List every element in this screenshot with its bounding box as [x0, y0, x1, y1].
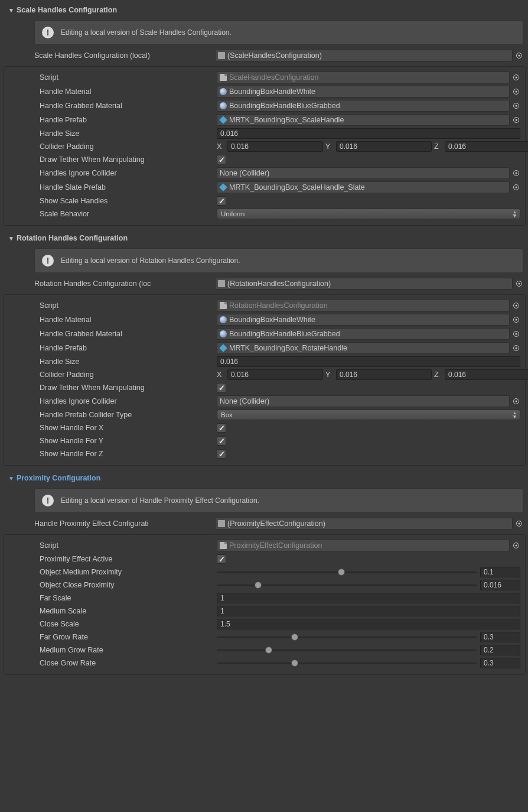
proximity-effect-active-checkbox[interactable]	[217, 554, 226, 564]
close-scale-input[interactable]	[217, 619, 520, 629]
script-field: ProximityEffectConfiguration	[217, 540, 510, 551]
rotation-section-header[interactable]: ▼ Rotation Handles Configuration	[0, 232, 528, 245]
scale-info-text: Editing a local version of Scale Handles…	[61, 28, 232, 37]
handle-slate-prefab-field[interactable]: MRTK_BoundingBox_ScaleHandle_Slate	[217, 181, 510, 193]
label: Show Scale Handles	[4, 197, 217, 205]
medium-scale-input[interactable]	[217, 606, 520, 616]
label: Script	[4, 301, 217, 310]
object-picker-button[interactable]	[512, 300, 520, 311]
object-picker-button[interactable]	[512, 167, 520, 179]
handle-grabbed-material-field[interactable]: BoundingBoxHandleBlueGrabbed	[217, 100, 510, 112]
collider-padding-z-input[interactable]	[445, 369, 528, 380]
collider-padding-x-input[interactable]	[227, 369, 323, 380]
label: Draw Tether When Manipulating	[4, 384, 217, 392]
handle-size-input[interactable]	[217, 128, 520, 139]
object-picker-button[interactable]	[512, 540, 520, 551]
y-label: Y	[325, 142, 334, 151]
draw-tether-checkbox[interactable]	[217, 383, 226, 392]
label: Handle Size	[4, 358, 217, 366]
label: Handle Slate Prefab	[4, 183, 217, 191]
proximity-info-text: Editing a local version of Handle Proxim…	[61, 496, 259, 505]
collider-padding-z-input[interactable]	[445, 141, 528, 152]
handle-prefab-collider-type-dropdown[interactable]: Box ▲▼	[217, 410, 520, 420]
label: Collider Padding	[4, 142, 217, 151]
script-icon	[220, 302, 227, 309]
label: Handle Grabbed Material	[4, 102, 217, 110]
scale-slot-field[interactable]: (ScaleHandlesConfiguration)	[215, 50, 513, 61]
handle-size-input[interactable]	[217, 356, 520, 367]
object-close-proximity-slider[interactable]	[217, 580, 477, 590]
object-picker-button[interactable]	[512, 100, 520, 112]
scale-section-header[interactable]: ▼ Scale Handles Configuration	[0, 4, 528, 17]
show-handle-x-checkbox[interactable]	[217, 423, 226, 433]
scale-behavior-dropdown[interactable]: Uniform ▲▼	[217, 209, 520, 219]
label: Scale Behavior	[4, 210, 217, 218]
object-picker-button[interactable]	[515, 50, 523, 61]
label: Handle Grabbed Material	[4, 330, 217, 338]
prefab-icon	[219, 183, 227, 191]
material-icon	[220, 316, 227, 323]
asset-icon	[218, 52, 225, 59]
close-grow-rate-input[interactable]	[480, 658, 520, 668]
far-scale-input[interactable]	[217, 593, 520, 603]
object-picker-button[interactable]	[512, 314, 520, 326]
object-picker-button[interactable]	[515, 518, 523, 530]
label: Medium Scale	[4, 607, 217, 615]
handle-prefab-field[interactable]: MRTK_BoundingBox_ScaleHandle	[217, 114, 510, 126]
proximity-slot-field[interactable]: (ProximityEffectConfiguration)	[215, 518, 513, 530]
collider-padding-y-input[interactable]	[336, 369, 432, 380]
proximity-section-header[interactable]: ▼ Proximity Configuration	[0, 472, 528, 485]
label: Close Grow Rate	[4, 659, 217, 667]
rotation-info-text: Editing a local version of Rotation Hand…	[61, 256, 240, 265]
handles-ignore-collider-field[interactable]: None (Collider)	[217, 167, 510, 179]
show-scale-handles-checkbox[interactable]	[217, 196, 226, 206]
label: Far Scale	[4, 594, 217, 602]
proximity-info-box: ! Editing a local version of Handle Prox…	[34, 488, 523, 513]
object-picker-button[interactable]	[512, 114, 520, 126]
draw-tether-checkbox[interactable]	[217, 155, 226, 164]
scale-info-box: ! Editing a local version of Scale Handl…	[34, 20, 523, 45]
info-icon: !	[42, 495, 54, 506]
proximity-panel: Script ProximityEffectConfiguration Prox…	[4, 534, 526, 675]
label: Show Handle For X	[4, 424, 217, 432]
collider-padding-x-input[interactable]	[227, 141, 323, 152]
x-label: X	[217, 371, 225, 379]
medium-grow-rate-input[interactable]	[480, 645, 520, 655]
handles-ignore-collider-field[interactable]: None (Collider)	[217, 395, 510, 407]
object-picker-button[interactable]	[512, 395, 520, 407]
label: Object Medium Proximity	[4, 568, 217, 576]
show-handle-y-checkbox[interactable]	[217, 436, 226, 446]
medium-grow-rate-slider[interactable]	[217, 645, 477, 655]
object-picker-button[interactable]	[512, 72, 520, 83]
collider-padding-y-input[interactable]	[336, 141, 432, 152]
far-grow-rate-slider[interactable]	[217, 632, 477, 642]
object-close-proximity-input[interactable]	[480, 580, 520, 590]
show-handle-z-checkbox[interactable]	[217, 449, 226, 459]
handle-material-field[interactable]: BoundingBoxHandleWhite	[217, 86, 510, 98]
object-picker-button[interactable]	[512, 86, 520, 98]
proximity-slot-label: Handle Proximity Effect Configurati	[34, 519, 213, 528]
object-picker-button[interactable]	[515, 278, 523, 290]
object-picker-button[interactable]	[512, 342, 520, 354]
handle-grabbed-material-field[interactable]: BoundingBoxHandleBlueGrabbed	[217, 328, 510, 340]
label: Handle Material	[4, 316, 217, 324]
foldout-icon: ▼	[8, 475, 14, 482]
rotation-header-text: Rotation Handles Configuration	[17, 234, 128, 242]
object-picker-button[interactable]	[512, 181, 520, 193]
object-picker-button[interactable]	[512, 328, 520, 340]
prefab-icon	[219, 344, 227, 352]
handle-material-field[interactable]: BoundingBoxHandleWhite	[217, 314, 510, 326]
asset-icon	[218, 280, 225, 287]
object-medium-proximity-slider[interactable]	[217, 567, 477, 577]
close-grow-rate-slider[interactable]	[217, 658, 477, 668]
object-medium-proximity-input[interactable]	[480, 567, 520, 577]
dropdown-arrows-icon: ▲▼	[513, 411, 517, 419]
label: Script	[4, 73, 217, 82]
far-grow-rate-input[interactable]	[480, 632, 520, 642]
info-icon: !	[42, 255, 54, 267]
rotation-slot-field[interactable]: (RotationHandlesConfiguration)	[215, 278, 513, 290]
handle-prefab-field[interactable]: MRTK_BoundingBox_RotateHandle	[217, 342, 510, 354]
z-label: Z	[434, 371, 442, 379]
label: Draw Tether When Manipulating	[4, 155, 217, 164]
label: Close Scale	[4, 620, 217, 628]
